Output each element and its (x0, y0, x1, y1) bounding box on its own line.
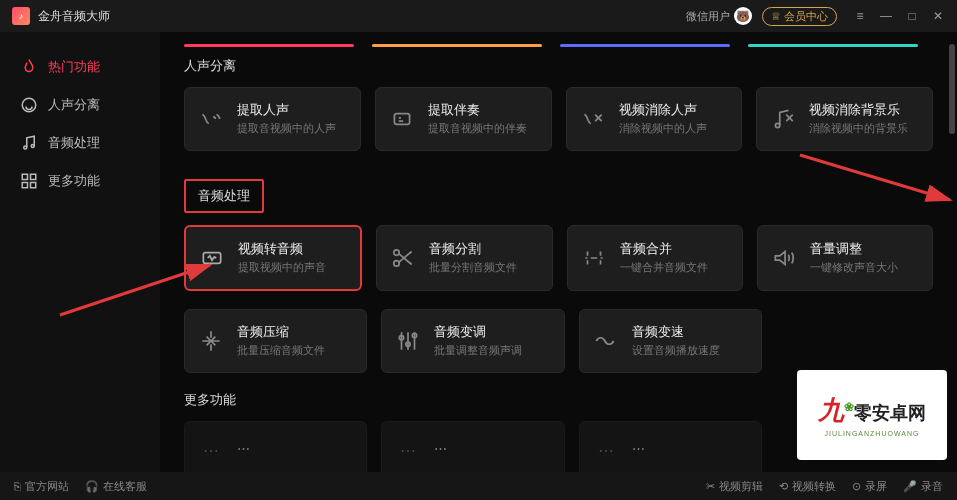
svg-rect-5 (22, 183, 27, 188)
footer-label: 官方网站 (25, 479, 69, 494)
card-remove-voice[interactable]: 视频消除人声 消除视频中的人声 (566, 87, 743, 151)
watermark-sub: JIULINGANZHUOWANG (825, 430, 920, 437)
tab-stub (748, 44, 918, 47)
card-audio-merge[interactable]: 音频合并 一键合并音频文件 (567, 225, 743, 291)
card-title: 提取人声 (237, 102, 336, 119)
card-desc: 一键合并音频文件 (620, 261, 708, 275)
vip-center-button[interactable]: ♕ 会员中心 (762, 7, 837, 26)
minimize-icon[interactable]: — (879, 9, 893, 23)
footer-screen-record[interactable]: ⊙录屏 (852, 479, 887, 494)
card-row-audio-2: 音频压缩 批量压缩音频文件 音频变调 批量调整音频声调 音频变速 设置音频播放速… (184, 309, 933, 373)
section-title-voice-sep: 人声分离 (184, 57, 933, 75)
compress-icon (197, 327, 225, 355)
vip-label: 会员中心 (784, 9, 828, 24)
maximize-icon[interactable]: □ (905, 9, 919, 23)
volume-icon (770, 244, 798, 272)
footer-right: ✂视频剪辑 ⟲视频转换 ⊙录屏 🎤录音 (706, 479, 943, 494)
card-title: 音频分割 (429, 241, 517, 258)
card-more-stub[interactable]: ⋯⋯ (184, 421, 367, 472)
footer-support[interactable]: 🎧在线客服 (85, 479, 147, 494)
card-desc: 提取音视频中的人声 (237, 122, 336, 136)
svg-point-1 (24, 146, 27, 149)
svg-rect-6 (31, 183, 36, 188)
card-remove-bgm[interactable]: 视频消除背景乐 消除视频中的背景乐 (756, 87, 933, 151)
svg-point-2 (31, 145, 34, 148)
sidebar-item-label: 人声分离 (48, 96, 100, 114)
sidebar-item-hot[interactable]: 热门功能 (0, 48, 160, 86)
tab-stub (184, 44, 354, 47)
stub-icon: ⋯ (394, 436, 422, 464)
merge-icon (580, 244, 608, 272)
card-title: ⋯ (237, 441, 250, 456)
card-row-audio-1: 视频转音频 提取视频中的声音 音频分割 批量分割音频文件 音频合并 一键合并音频… (184, 225, 933, 291)
card-desc: 一键修改声音大小 (810, 261, 898, 275)
footer-official-site[interactable]: ⎘官方网站 (14, 479, 69, 494)
card-title: 视频转音频 (238, 241, 326, 258)
card-desc: 提取音视频中的伴奏 (428, 122, 527, 136)
card-extract-accomp[interactable]: 提取伴奏 提取音视频中的伴奏 (375, 87, 552, 151)
user-badge[interactable]: 微信用户 🐻 (686, 7, 752, 25)
speed-icon (592, 327, 620, 355)
svg-rect-3 (22, 174, 27, 179)
headset-icon (20, 96, 38, 114)
spacer (776, 309, 933, 373)
card-desc: 设置音频播放速度 (632, 344, 720, 358)
sidebar-item-audio-proc[interactable]: 音频处理 (0, 124, 160, 162)
convert-icon: ⟲ (779, 480, 788, 493)
window-controls: ≡ — □ ✕ (853, 9, 945, 23)
close-icon[interactable]: ✕ (931, 9, 945, 23)
remove-voice-icon (579, 105, 607, 133)
card-more-stub[interactable]: ⋯⋯ (579, 421, 762, 472)
footer-label: 视频转换 (792, 479, 836, 494)
card-desc: 批量调整音频声调 (434, 344, 522, 358)
card-audio-split[interactable]: 音频分割 批量分割音频文件 (376, 225, 552, 291)
section-title-audio-proc: 音频处理 (184, 179, 264, 213)
titlebar-left: ♪ 金舟音频大师 (12, 7, 110, 25)
card-audio-speed[interactable]: 音频变速 设置音频播放速度 (579, 309, 762, 373)
card-audio-pitch[interactable]: 音频变调 批量调整音频声调 (381, 309, 564, 373)
card-volume-adjust[interactable]: 音量调整 一键修改声音大小 (757, 225, 933, 291)
scrollbar-thumb[interactable] (949, 44, 955, 134)
app-title: 金舟音频大师 (38, 8, 110, 25)
titlebar-right: 微信用户 🐻 ♕ 会员中心 ≡ — □ ✕ (686, 7, 945, 26)
avatar-icon: 🐻 (734, 7, 752, 25)
menu-icon[interactable]: ≡ (853, 9, 867, 23)
card-desc: 批量压缩音频文件 (237, 344, 325, 358)
sidebar-item-more[interactable]: 更多功能 (0, 162, 160, 200)
card-desc: 提取视频中的声音 (238, 261, 326, 275)
app-logo-icon: ♪ (12, 7, 30, 25)
footer-label: 录屏 (865, 479, 887, 494)
card-title: 音频合并 (620, 241, 708, 258)
card-extract-voice[interactable]: 提取人声 提取音视频中的人声 (184, 87, 361, 151)
card-desc: 消除视频中的背景乐 (809, 122, 908, 136)
scrollbar[interactable] (949, 34, 955, 464)
footer-video-convert[interactable]: ⟲视频转换 (779, 479, 836, 494)
card-title: ⋯ (434, 441, 447, 456)
card-row-voice-sep: 提取人声 提取音视频中的人声 提取伴奏 提取音视频中的伴奏 视频消除人声 消除视… (184, 87, 933, 151)
remove-bgm-icon (769, 105, 797, 133)
footer-left: ⎘官方网站 🎧在线客服 (14, 479, 147, 494)
card-desc: 消除视频中的人声 (619, 122, 707, 136)
sidebar-item-voice-sep[interactable]: 人声分离 (0, 86, 160, 124)
svg-rect-9 (203, 253, 220, 264)
watermark-logo: 九❀零安卓网 (818, 393, 926, 428)
footer-audio-record[interactable]: 🎤录音 (903, 479, 943, 494)
card-more-stub[interactable]: ⋯⋯ (381, 421, 564, 472)
music-icon (20, 134, 38, 152)
sidebar-item-label: 音频处理 (48, 134, 100, 152)
crown-icon: ♕ (771, 10, 781, 23)
flame-icon (20, 58, 38, 76)
watermark-text: 零安卓网 (854, 403, 926, 423)
tab-indicators (184, 44, 933, 47)
card-video-to-audio[interactable]: 视频转音频 提取视频中的声音 (184, 225, 362, 291)
scissors-icon: ✂ (706, 480, 715, 493)
card-title: ⋯ (632, 441, 645, 456)
card-title: 音频压缩 (237, 324, 325, 341)
card-title: 音量调整 (810, 241, 898, 258)
footer-video-edit[interactable]: ✂视频剪辑 (706, 479, 763, 494)
card-audio-compress[interactable]: 音频压缩 批量压缩音频文件 (184, 309, 367, 373)
stub-icon: ⋯ (197, 436, 225, 464)
footer-label: 在线客服 (103, 479, 147, 494)
mic-icon: 🎤 (903, 480, 917, 493)
svg-point-8 (776, 123, 780, 127)
